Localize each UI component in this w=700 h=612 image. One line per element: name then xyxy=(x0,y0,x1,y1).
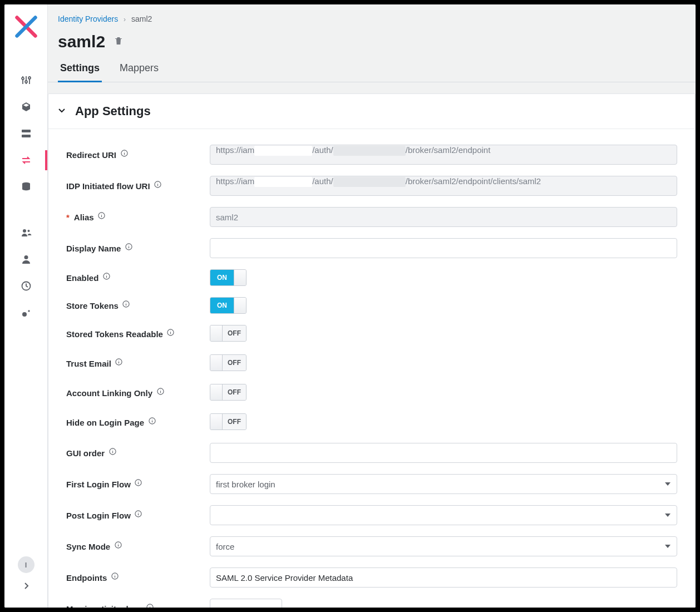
svg-rect-4 xyxy=(22,135,31,137)
main-content: Identity Providers › saml2 saml2 Setting… xyxy=(48,4,696,608)
breadcrumb-root-link[interactable]: Identity Providers xyxy=(58,14,118,23)
tokens-readable-toggle[interactable]: OFF xyxy=(210,325,247,342)
display-name-label: Display Name xyxy=(66,244,121,253)
svg-point-2 xyxy=(28,77,31,79)
nav-sliders-icon[interactable] xyxy=(4,67,47,93)
post-login-label: Post Login Flow xyxy=(66,511,131,520)
info-icon[interactable] xyxy=(120,149,129,157)
svg-point-8 xyxy=(24,255,28,259)
sidebar: I xyxy=(4,4,48,608)
tab-settings[interactable]: Settings xyxy=(58,57,102,82)
svg-point-6 xyxy=(23,229,26,233)
svg-point-10 xyxy=(22,312,27,317)
store-tokens-label: Store Tokens xyxy=(66,301,119,310)
sync-mode-label: Sync Mode xyxy=(66,542,110,551)
gui-order-field[interactable] xyxy=(210,443,677,463)
info-icon[interactable] xyxy=(102,272,111,280)
gui-order-label: GUI order xyxy=(66,448,105,458)
chevron-down-icon[interactable] xyxy=(57,106,66,117)
trust-email-toggle[interactable]: OFF xyxy=(210,354,247,371)
info-icon[interactable] xyxy=(156,387,165,396)
page-title: saml2 xyxy=(58,32,105,51)
info-icon[interactable] xyxy=(114,540,122,549)
nav-cube-icon[interactable] xyxy=(4,93,47,120)
nav-transfer-icon[interactable] xyxy=(4,147,47,174)
app-settings-panel: App Settings Redirect URI https://iam/au… xyxy=(48,93,696,608)
info-icon[interactable] xyxy=(124,242,133,251)
info-icon[interactable] xyxy=(147,417,156,426)
enabled-label: Enabled xyxy=(66,273,98,283)
idp-flow-uri-label: IDP Initiated flow URI xyxy=(66,181,150,191)
breadcrumb: Identity Providers › saml2 xyxy=(48,4,696,23)
svg-point-1 xyxy=(25,81,27,83)
max-inactivity-label: Max inactivity days xyxy=(66,604,142,608)
enabled-toggle[interactable]: ON xyxy=(210,269,247,286)
endpoints-label: Endpoints xyxy=(66,573,107,583)
tabs: Settings Mappers xyxy=(48,57,696,82)
idp-flow-uri-field: https://iam/auth//broker/saml2/endpoint/… xyxy=(210,176,677,196)
logo xyxy=(14,14,38,39)
max-inactivity-field[interactable] xyxy=(210,599,282,608)
info-icon[interactable] xyxy=(134,509,143,518)
chevron-right-icon: › xyxy=(124,16,126,23)
info-icon[interactable] xyxy=(97,211,106,220)
info-icon[interactable] xyxy=(115,358,124,367)
hide-login-toggle[interactable]: OFF xyxy=(210,413,247,430)
nav-key-icon[interactable] xyxy=(4,299,47,326)
info-icon[interactable] xyxy=(154,180,162,189)
sync-mode-select[interactable]: force xyxy=(210,536,677,556)
nav-user-icon[interactable] xyxy=(4,246,47,273)
nav-users-icon[interactable] xyxy=(4,219,47,246)
display-name-field[interactable] xyxy=(210,238,677,258)
redirect-uri-label: Redirect URI xyxy=(66,150,116,160)
store-tokens-toggle[interactable]: ON xyxy=(210,297,247,314)
nav-servers-icon[interactable] xyxy=(4,120,47,147)
trust-email-label: Trust Email xyxy=(66,359,111,368)
svg-point-0 xyxy=(22,77,24,80)
breadcrumb-current: saml2 xyxy=(131,14,152,23)
info-icon[interactable] xyxy=(122,299,131,308)
first-login-select[interactable]: first broker login xyxy=(210,474,677,494)
account-linking-label: Account Linking Only xyxy=(66,388,152,398)
delete-button[interactable] xyxy=(113,35,124,48)
info-icon[interactable] xyxy=(146,603,155,608)
alias-label: Alias xyxy=(74,213,94,222)
account-linking-toggle[interactable]: OFF xyxy=(210,384,247,401)
tab-mappers[interactable]: Mappers xyxy=(117,57,161,82)
avatar[interactable]: I xyxy=(18,556,34,573)
svg-rect-3 xyxy=(22,130,31,132)
tokens-readable-label: Stored Tokens Readable xyxy=(66,329,163,339)
endpoints-link[interactable]: SAML 2.0 Service Provider Metadata xyxy=(210,567,677,588)
section-title: App Settings xyxy=(75,104,151,119)
alias-field xyxy=(210,207,677,227)
nav-clock-icon[interactable] xyxy=(4,273,47,299)
info-icon[interactable] xyxy=(134,478,143,487)
info-icon[interactable] xyxy=(108,447,117,456)
nav-database-icon[interactable] xyxy=(4,174,47,200)
first-login-label: First Login Flow xyxy=(66,480,131,489)
info-icon[interactable] xyxy=(166,328,175,337)
post-login-select[interactable] xyxy=(210,505,677,525)
hide-login-label: Hide on Login Page xyxy=(66,418,144,427)
svg-point-7 xyxy=(27,230,29,232)
redirect-uri-field: https://iam/auth//broker/saml2/endpoint xyxy=(210,145,677,165)
expand-sidebar-icon[interactable] xyxy=(22,582,30,592)
info-icon[interactable] xyxy=(110,571,119,580)
